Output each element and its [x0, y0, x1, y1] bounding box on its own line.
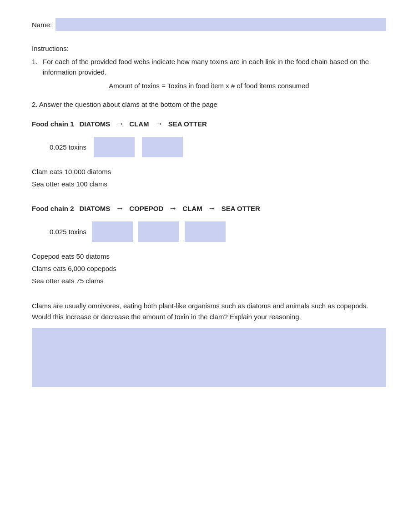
bottom-question: Clams are usually omnivores, eating both…	[32, 301, 386, 322]
instruction-2: 2. Answer the question about clams at th…	[32, 100, 386, 108]
fc2-arrow2: →	[169, 204, 177, 213]
fc2-item3: CLAM	[182, 205, 202, 212]
answer-textarea[interactable]	[32, 328, 386, 387]
fc2-item4: SEA OTTER	[222, 205, 260, 212]
fc2-item2: COPEPOD	[129, 205, 163, 212]
food-chain-1-row: Food chain 1 DIATOMS → CLAM → SEA OTTER	[32, 119, 386, 129]
fc1-clam-input[interactable]	[94, 137, 135, 157]
name-input[interactable]	[55, 18, 386, 31]
fc1-eating-facts: Clam eats 10,000 diatoms Sea otter eats …	[32, 166, 386, 190]
fc2-eating-2: Clams eats 6,000 copepods	[32, 262, 386, 275]
fc1-eating-1: Clam eats 10,000 diatoms	[32, 166, 386, 178]
formula-line: Amount of toxins = Toxins in food item x…	[32, 82, 386, 90]
name-label: Name:	[32, 21, 52, 29]
fc1-seaotter-input[interactable]	[142, 137, 183, 157]
fc1-item2: CLAM	[129, 120, 149, 128]
fc1-arrow2: →	[155, 119, 163, 129]
fc2-eating-3: Sea otter eats 75 clams	[32, 275, 386, 287]
fc1-arrow1: →	[116, 119, 124, 129]
instruction-1: 1. For each of the provided food webs in…	[32, 57, 386, 90]
instruction-1-number: 1.	[32, 57, 40, 77]
food-chain-2-label: Food chain 2	[32, 205, 74, 212]
fc2-toxin-label: 0.025 toxins	[41, 228, 86, 236]
instructions-section: Instructions: 1. For each of the provide…	[32, 45, 386, 90]
fc2-arrow3: →	[208, 204, 216, 213]
fc2-copepod-input[interactable]	[92, 221, 133, 242]
fc1-item1: DIATOMS	[80, 120, 111, 128]
instructions-title: Instructions:	[32, 45, 386, 52]
food-chain-1-section: Food chain 1 DIATOMS → CLAM → SEA OTTER …	[32, 119, 386, 190]
name-row: Name:	[32, 18, 386, 31]
fc1-boxes-row: 0.025 toxins	[41, 137, 386, 157]
fc2-eating-facts: Copepod eats 50 diatoms Clams eats 6,000…	[32, 250, 386, 287]
fc2-seaotter-input[interactable]	[185, 221, 226, 242]
instruction-1-text: For each of the provided food webs indic…	[43, 57, 386, 77]
fc2-arrow1: →	[116, 204, 124, 213]
fc2-eating-1: Copepod eats 50 diatoms	[32, 250, 386, 262]
fc2-boxes-row: 0.025 toxins	[41, 221, 386, 242]
fc2-clam-input[interactable]	[138, 221, 179, 242]
fc1-toxin-label: 0.025 toxins	[41, 143, 86, 151]
fc1-eating-2: Sea otter eats 100 clams	[32, 178, 386, 190]
food-chain-2-row: Food chain 2 DIATOMS → COPEPOD → CLAM → …	[32, 204, 386, 213]
food-chain-1-label: Food chain 1	[32, 120, 74, 128]
fc1-item3: SEA OTTER	[168, 120, 207, 128]
food-chain-2-section: Food chain 2 DIATOMS → COPEPOD → CLAM → …	[32, 204, 386, 287]
fc2-item1: DIATOMS	[80, 205, 111, 212]
